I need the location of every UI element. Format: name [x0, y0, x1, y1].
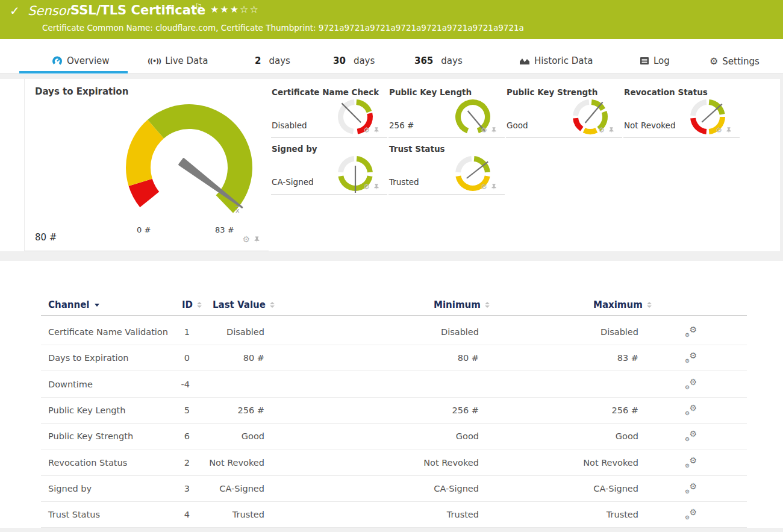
sensor-title: SSL/TLS Certificate — [70, 3, 205, 17]
pin-icon[interactable] — [491, 183, 497, 190]
channel-table-panel: Channel ID Last Value Minimum Maximum Ce… — [0, 261, 783, 528]
gauge-panel-public-key-strength[interactable]: Public Key StrengthGood⚙ — [506, 82, 622, 138]
channel-settings-button[interactable]: ⚙⚙ — [682, 430, 700, 443]
cell-maximum: Trusted — [518, 510, 638, 519]
cell-maximum: 83 # — [518, 353, 638, 363]
gear-icon[interactable]: ⚙ — [481, 183, 487, 190]
gauge-panel-signed-by[interactable]: Signed byCA-Signed⚙ — [271, 139, 387, 195]
sort-icon — [197, 302, 202, 308]
tab-label: Log — [654, 55, 670, 66]
tab-number: 2 — [255, 55, 261, 66]
column-header-label: Minimum — [434, 299, 481, 310]
table-row-public-key-strength[interactable]: Public Key Strength6GoodGoodGood⚙⚙ — [41, 424, 747, 449]
gear-icon[interactable]: ⚙ — [363, 127, 370, 134]
gauge-value: 256 # — [389, 120, 414, 130]
channel-settings-button[interactable]: ⚙⚙ — [682, 404, 700, 416]
pin-icon[interactable] — [373, 127, 379, 134]
pin-icon[interactable] — [726, 127, 732, 134]
channel-settings-button[interactable]: ⚙⚙ — [682, 352, 700, 365]
column-header-label: Channel — [48, 299, 89, 310]
cell-id: -4 — [99, 380, 190, 389]
cell-last-value: CA-Signed — [144, 484, 264, 493]
gauge-title: Trust Status — [389, 144, 445, 154]
sensor-subtitle: Certificate Common Name: cloudflare.com,… — [42, 23, 524, 33]
cell-minimum: Trusted — [358, 510, 479, 519]
cell-minimum: 256 # — [358, 405, 479, 415]
channel-settings-button[interactable]: ⚙⚙ — [682, 509, 700, 521]
column-header-channel[interactable]: Channel — [48, 299, 99, 310]
tab-365-days[interactable]: 365 days — [414, 55, 463, 66]
tab-label: Historic Data — [534, 55, 593, 66]
tab-overview[interactable]: Overview — [52, 55, 110, 66]
cell-last-value: Trusted — [144, 510, 264, 519]
priority-stars[interactable]: ★★★☆☆ — [210, 4, 260, 15]
column-header-minimum[interactable]: Minimum — [434, 299, 490, 310]
gauge-panel-revocation-status[interactable]: Revocation StatusNot Revoked⚙ — [623, 82, 740, 138]
gauge-panel-public-key-length[interactable]: Public Key Length256 #⚙ — [388, 82, 505, 138]
gear-icon[interactable]: ⚙ — [481, 127, 487, 134]
cell-channel[interactable]: Trust Status — [48, 510, 100, 519]
table-row-revocation-status[interactable]: Revocation Status2Not RevokedNot Revoked… — [41, 450, 747, 476]
average-marker: x — [236, 206, 240, 214]
cell-last-value: 80 # — [144, 353, 264, 363]
double-gear-icon: ⚙⚙ — [685, 326, 697, 337]
flag-icon[interactable]: ⚐ — [195, 2, 202, 11]
gear-icon[interactable]: ⚙ — [598, 127, 605, 134]
column-header-maximum[interactable]: Maximum — [593, 299, 652, 310]
tab-2-days[interactable]: 2 days — [255, 55, 290, 66]
cell-minimum: Good — [358, 431, 479, 441]
gauge-needle — [702, 104, 722, 122]
table-row-public-key-length[interactable]: Public Key Length5256 #256 #256 #⚙⚙ — [41, 398, 747, 424]
gauge-value: Good — [507, 120, 528, 130]
table-row-downtime[interactable]: Downtime-4⚙⚙ — [41, 372, 747, 398]
sorted-desc-icon — [95, 304, 99, 307]
cell-maximum: Not Revoked — [518, 458, 638, 468]
tab-log[interactable]: Log — [640, 55, 670, 66]
table-row-signed-by[interactable]: Signed by3CA-SignedCA-SignedCA-Signed⚙⚙ — [41, 476, 747, 502]
tab-historic-data[interactable]: Historic Data — [519, 55, 593, 66]
tab-live-data[interactable]: ((•)) Live Data — [148, 55, 208, 66]
cell-minimum: CA-Signed — [358, 484, 479, 493]
table-row-trust-status[interactable]: Trust Status4TrustedTrustedTrusted⚙⚙ — [41, 502, 747, 528]
tab-30-days[interactable]: 30 days — [333, 55, 375, 66]
cell-channel[interactable]: Signed by — [48, 484, 92, 493]
cell-minimum: Not Revoked — [358, 458, 479, 468]
double-gear-icon: ⚙⚙ — [685, 378, 697, 389]
gauge-panel-days-to-expiration[interactable]: Days to Expiration x 0 # 83 # 80 # ⚙ — [24, 79, 269, 251]
pin-icon[interactable] — [491, 127, 497, 134]
cell-maximum: Disabled — [518, 327, 638, 337]
channel-settings-button[interactable]: ⚙⚙ — [682, 326, 700, 339]
gauge-panel-trust-status[interactable]: Trust StatusTrusted⚙ — [388, 139, 505, 195]
log-icon — [640, 57, 649, 65]
table-row-certificate-name-validation[interactable]: Certificate Name Validation1DisabledDisa… — [41, 319, 747, 345]
pin-icon[interactable] — [373, 183, 379, 190]
gauge-value: Not Revoked — [624, 120, 675, 130]
double-gear-icon: ⚙⚙ — [685, 482, 697, 493]
gauge-current-value: 80 # — [35, 232, 57, 243]
table-row-days-to-expiration[interactable]: Days to Expiration080 #80 #83 #⚙⚙ — [41, 345, 747, 371]
gauge-panel-certificate-name-check[interactable]: Certificate Name CheckDisabled⚙ — [271, 82, 387, 138]
tab-settings[interactable]: ⚙ Settings — [710, 55, 760, 67]
live-waves-icon: ((•)) — [148, 57, 161, 65]
double-gear-icon: ⚙⚙ — [685, 509, 697, 519]
gear-icon[interactable]: ⚙ — [716, 127, 722, 134]
column-header-last-value[interactable]: Last Value — [213, 299, 275, 310]
sort-icon — [270, 302, 275, 308]
gauge-needle — [342, 103, 361, 122]
pin-icon[interactable] — [608, 127, 614, 134]
gear-icon[interactable]: ⚙ — [242, 235, 250, 243]
gear-icon[interactable]: ⚙ — [363, 183, 370, 190]
tab-number: 365 — [414, 55, 433, 66]
tab-label: days — [269, 55, 290, 66]
channel-settings-button[interactable]: ⚙⚙ — [682, 456, 700, 469]
channel-settings-button[interactable]: ⚙⚙ — [682, 378, 700, 390]
divider — [0, 528, 783, 532]
channel-settings-button[interactable]: ⚙⚙ — [682, 482, 700, 495]
divider — [0, 74, 783, 79]
pin-icon[interactable] — [254, 236, 260, 243]
cell-channel[interactable]: Downtime — [48, 380, 93, 389]
column-header-label: Last Value — [213, 299, 266, 310]
cell-maximum: CA-Signed — [518, 484, 638, 493]
column-header-id[interactable]: ID — [182, 299, 202, 310]
gauge-value: CA-Signed — [272, 177, 314, 187]
